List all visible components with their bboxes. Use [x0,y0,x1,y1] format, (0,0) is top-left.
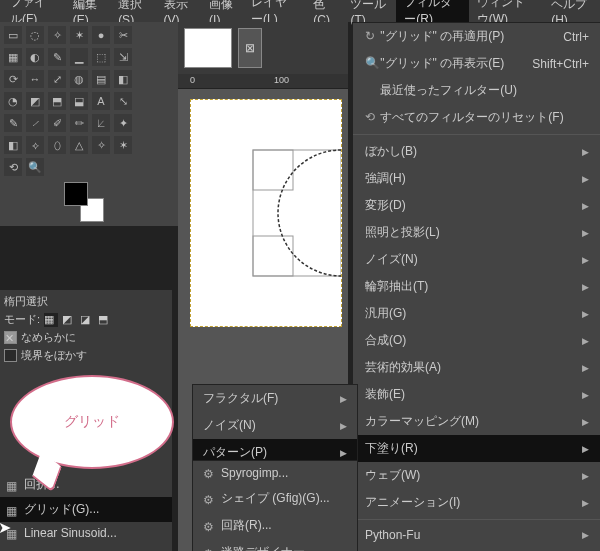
menu-item[interactable]: ⚙Spyrogimp... [193,461,357,485]
tool-button[interactable]: △ [70,136,88,154]
tool-button[interactable]: ✏ [70,114,88,132]
image-tabs: ⊠ [178,22,348,74]
tool-button[interactable]: ⟀ [92,114,110,132]
menu-icon: ↻ [365,29,377,41]
grid-icon: ▦ [6,479,18,491]
mode-icon[interactable]: ▦ [44,313,58,327]
menu-item[interactable]: Python-Fu▶ [353,523,600,547]
menu-item[interactable]: ウェブ(W)▶ [353,462,600,489]
close-thumb[interactable]: ⊠ [238,28,262,68]
menu-item[interactable]: ノイズ(N)▶ [193,412,357,439]
tool-button[interactable]: ⬯ [48,136,66,154]
toolbox: ▭◌✧✶●✂▦◐✎▁⬚⇲⟳↔⤢◍▤◧◔◩⬒⬓A⤡✎⟋✐✏⟀✦◧⟡⬯△✧✶⟲🔍 [0,22,178,226]
tool-button[interactable]: ◌ [26,26,44,44]
menu-item[interactable]: 装飾(E)▶ [353,381,600,408]
tool-button[interactable]: ⬚ [92,48,110,66]
submenu-pattern: ⚙Spyrogimp...⚙シェイプ (Gfig)(G)...⚙回路(R)...… [192,460,358,551]
menu-item[interactable]: ⚙回路(R)... [193,512,357,539]
menu-item[interactable]: 汎用(G)▶ [353,300,600,327]
tool-button[interactable]: ✶ [114,136,132,154]
filter-menu: ↻ "グリッド" の再適用(P)Ctrl+🔍 "グリッド" の再表示(E)Shi… [352,22,600,551]
filter-list: ▦回折…▦グリッド(G)...▦Linear Sinusoid... [0,472,172,544]
tool-button[interactable]: ⬒ [48,92,66,110]
menu-item[interactable]: 最近使ったフィルター(U) [353,77,600,104]
list-item[interactable]: ▦グリッド(G)... [0,497,172,522]
menu-item[interactable]: アニメーション(I)▶ [353,489,600,516]
script-icon: ⚙ [203,520,215,532]
tool-button[interactable]: ◧ [4,136,22,154]
menu-icon: ⟲ [365,110,377,122]
image-thumb[interactable] [184,28,232,68]
menu-item[interactable]: ⚙迷路デザイナー... [193,539,357,551]
antialias-check[interactable]: ✕ [4,331,17,344]
tool-button[interactable]: ◔ [4,92,22,110]
ruler-tick: 100 [274,75,289,85]
menu-item[interactable]: 下塗り(R)▶ [353,435,600,462]
color-swatches[interactable] [64,182,104,222]
tool-button[interactable]: ⟋ [26,114,44,132]
tool-button[interactable]: ✧ [92,136,110,154]
tool-button[interactable]: ⟳ [4,70,22,88]
feather-check[interactable] [4,349,17,362]
menu-item[interactable]: 芸術的効果(A)▶ [353,354,600,381]
list-item[interactable]: ▦回折… [0,472,172,497]
tool-button[interactable]: ⟡ [26,136,44,154]
tool-button[interactable]: ◩ [26,92,44,110]
tool-button[interactable]: ◧ [114,70,132,88]
submenu-arrow-icon: ▶ [582,174,589,184]
menu-item[interactable]: 輪郭抽出(T)▶ [353,273,600,300]
menu-item[interactable]: ぼかし(B)▶ [353,138,600,165]
menu-item[interactable]: ↻ "グリッド" の再適用(P)Ctrl+ [353,23,600,50]
tool-button[interactable]: ▭ [4,26,22,44]
tool-button[interactable]: ✎ [4,114,22,132]
fg-color[interactable] [64,182,88,206]
tool-button[interactable]: ▤ [92,70,110,88]
tool-button[interactable]: ✶ [70,26,88,44]
menu-item[interactable]: 🔍 "グリッド" の再表示(E)Shift+Ctrl+ [353,50,600,77]
menu-item[interactable]: 合成(O)▶ [353,327,600,354]
tool-button[interactable]: ⤡ [114,92,132,110]
tool-button[interactable]: ⇲ [114,48,132,66]
list-item[interactable]: ▦Linear Sinusoid... [0,522,172,544]
tool-button[interactable]: ◍ [70,70,88,88]
mode-opt[interactable]: ◩ [62,313,76,327]
canvas[interactable] [178,89,348,327]
menu-item[interactable]: カラーマッピング(M)▶ [353,408,600,435]
tool-options-title: 楕円選択 [4,294,168,309]
tool-button[interactable]: ✎ [48,48,66,66]
menu-item[interactable]: 照明と投影(L)▶ [353,219,600,246]
submenu-arrow-icon: ▶ [340,448,347,458]
grid-icon: ▦ [6,504,18,516]
tool-button[interactable]: ✂ [114,26,132,44]
tool-button[interactable]: ▁ [70,48,88,66]
tool-button[interactable]: A [92,92,110,110]
antialias-label: なめらかに [21,330,76,345]
tool-button[interactable]: 🔍 [26,158,44,176]
mode-opt[interactable]: ◪ [80,313,94,327]
canvas-page [190,99,342,327]
menu-item[interactable]: 変形(D)▶ [353,192,600,219]
submenu-arrow-icon: ▶ [582,363,589,373]
script-icon: ⚙ [203,493,215,505]
tool-button[interactable]: ● [92,26,110,44]
tool-button[interactable]: ▦ [4,48,22,66]
tool-button[interactable]: ✧ [48,26,66,44]
tool-button[interactable]: ⟲ [4,158,22,176]
menu-item[interactable]: Script-Fu(S)▶ [353,547,600,551]
menu-item[interactable]: フラクタル(F)▶ [193,385,357,412]
tool-button[interactable]: ⤢ [48,70,66,88]
menu-item[interactable]: ⟲ すべてのフィルターのリセット(F) [353,104,600,131]
script-icon: ⚙ [203,547,215,552]
menu-item[interactable]: 強調(H)▶ [353,165,600,192]
tool-button[interactable]: ◐ [26,48,44,66]
menu-item[interactable]: ノイズ(N)▶ [353,246,600,273]
submenu-arrow-icon: ▶ [582,417,589,427]
menu-item[interactable]: ⚙シェイプ (Gfig)(G)... [193,485,357,512]
tool-button[interactable]: ⬓ [70,92,88,110]
tool-button[interactable]: ↔ [26,70,44,88]
tool-button[interactable]: ✦ [114,114,132,132]
submenu-arrow-icon: ▶ [582,282,589,292]
submenu-arrow-icon: ▶ [582,530,589,540]
mode-opt[interactable]: ⬒ [98,313,112,327]
tool-button[interactable]: ✐ [48,114,66,132]
